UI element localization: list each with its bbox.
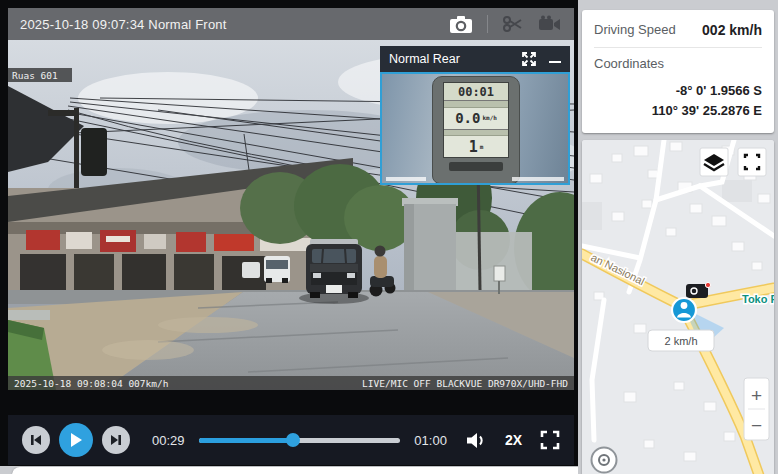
map-layers-button[interactable] [700, 148, 728, 176]
video-model-stamp: LIVE/MIC OFF BLACKVUE DR970X/UHD-FHD [362, 378, 568, 389]
gps-device: 00:01 0.0km/h 1m [432, 76, 520, 184]
video-custom-stamp: Ruas 601 [12, 70, 58, 81]
video-timestamp-stamp: 2025-10-18 09:08:04 007km/h [14, 378, 168, 389]
driving-speed-label: Driving Speed [594, 22, 676, 37]
snapshot-button[interactable] [449, 15, 473, 34]
driving-speed-row: Driving Speed 002 km/h [594, 12, 762, 48]
zoom-in-button[interactable]: + [751, 385, 762, 406]
map-speed-bubble: 2 km/h [648, 330, 714, 351]
pip-stamp-right [512, 177, 564, 181]
playback-rate-button[interactable]: 2X [505, 432, 522, 448]
gps-screen: 00:01 0.0km/h 1m [443, 82, 509, 158]
progress-thumb[interactable] [286, 433, 300, 447]
driver-icon [681, 302, 688, 309]
map-fullscreen-button[interactable] [738, 148, 766, 176]
expand-arrows-icon [521, 51, 537, 67]
progress-slider[interactable] [199, 438, 401, 443]
pip-video-frame[interactable]: 00:01 0.0km/h 1m [380, 72, 570, 185]
dashcam-viewer-app: 2025-10-18 09:07:34 Normal Front [0, 0, 778, 474]
map-poi-label: Toko Pe [742, 293, 774, 305]
next-frame-button[interactable] [102, 426, 130, 454]
fullscreen-icon [540, 430, 560, 450]
suv [299, 239, 369, 304]
map-building-block [722, 180, 752, 202]
map-zoom-control: + − [744, 378, 769, 440]
step-back-icon [29, 433, 43, 447]
pip-title: Normal Rear [389, 52, 509, 66]
pip-expand-button[interactable] [521, 51, 537, 67]
title-toolbar [449, 14, 562, 34]
recording-dot [705, 282, 710, 287]
map-panel[interactable]: an Nasional Toko Pe 2 km/h [582, 140, 774, 474]
pip-window[interactable]: Normal Rear 00:01 0 [380, 46, 570, 185]
player-panel: 2025-10-18 09:07:34 Normal Front [0, 0, 578, 466]
duration-time: 01:00 [414, 433, 447, 448]
gps-speed: 0.0km/h [444, 108, 508, 130]
speaker-icon [465, 431, 487, 450]
coordinates-block: Coordinates -8° 0' 1.9566 S 110° 39' 25.… [594, 48, 762, 131]
play-icon [69, 432, 83, 448]
map-canvas[interactable]: an Nasional Toko Pe 2 km/h [582, 140, 774, 474]
play-button[interactable] [59, 423, 93, 457]
gps-time: 00:01 [444, 83, 508, 101]
progress-fill [199, 438, 294, 443]
elapsed-time: 00:29 [152, 433, 185, 448]
playback-controls: 00:29 01:00 2X [8, 415, 574, 465]
video-title-bar: 2025-10-18 09:07:34 Normal Front [8, 8, 574, 40]
step-forward-icon [109, 433, 123, 447]
drive-info-card: Driving Speed 002 km/h Coordinates -8° 0… [582, 10, 774, 133]
map-speed-value: 2 km/h [664, 335, 697, 347]
coordinates-label: Coordinates [594, 56, 762, 71]
driving-speed-value: 002 km/h [702, 22, 762, 38]
video-title: 2025-10-18 09:07:34 Normal Front [20, 17, 449, 32]
trim-button[interactable] [502, 14, 524, 34]
gps-speed-unit: km/h [482, 115, 496, 121]
scissors-icon [502, 14, 524, 34]
camcorder-icon [538, 15, 562, 33]
previous-frame-button[interactable] [22, 426, 50, 454]
gps-speed-value: 0.0 [455, 110, 480, 126]
pip-stamp-left [386, 177, 426, 181]
record-button[interactable] [538, 15, 562, 33]
gps-brand-band [449, 162, 503, 171]
gps-distance-value: 1 [469, 138, 478, 156]
gps-distance: 1m [444, 136, 508, 157]
map-locate-button[interactable] [592, 448, 617, 473]
latitude-value: -8° 0' 1.9566 S [594, 81, 762, 101]
side-panel: Driving Speed 002 km/h Coordinates -8° 0… [578, 6, 778, 474]
zoom-out-button[interactable]: − [751, 415, 762, 436]
longitude-value: 110° 39' 25.2876 E [594, 101, 762, 121]
toolbar-divider [487, 15, 488, 33]
volume-button[interactable] [465, 431, 487, 450]
map-building-block [582, 202, 602, 230]
gps-distance-unit: m [480, 144, 484, 150]
camera-icon [449, 15, 473, 34]
fullscreen-button[interactable] [540, 430, 560, 450]
minimize-icon [549, 61, 561, 63]
pip-header: Normal Rear [380, 46, 570, 72]
